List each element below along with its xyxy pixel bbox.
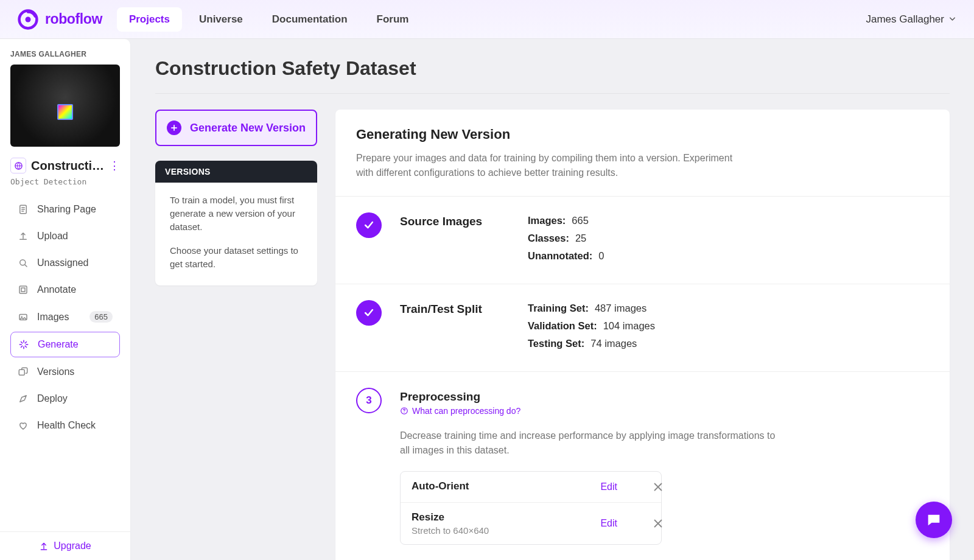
step-source-images: Source Images Images:665 Classes:25 Unan… <box>356 212 929 268</box>
sidenav-images[interactable]: Images 665 <box>10 304 120 329</box>
sidenav-upload[interactable]: Upload <box>10 224 120 248</box>
edit-button[interactable]: Edit <box>600 481 617 492</box>
generate-new-version-button[interactable]: Generate New Version <box>155 110 317 146</box>
images-count-badge: 665 <box>89 311 113 323</box>
generating-panel: Generating New Version Prepare your imag… <box>335 110 950 560</box>
step-preprocessing: 3 Preprocessing What can preprocessing d… <box>356 388 929 545</box>
generate-button-label: Generate New Version <box>190 122 306 135</box>
topnav-documentation[interactable]: Documentation <box>260 7 360 32</box>
user-menu[interactable]: James Gallagher <box>866 13 957 26</box>
brand-name: roboflow <box>45 11 102 27</box>
kv-key: Training Set: <box>528 303 589 314</box>
preprocessing-name: Resize <box>412 511 592 523</box>
upgrade-label: Upgrade <box>54 541 91 551</box>
divider <box>335 196 950 197</box>
sidenav-generate[interactable]: Generate <box>10 332 120 357</box>
step-heading: Preprocessing <box>400 390 929 404</box>
sidenav-label: Unassigned <box>37 257 89 268</box>
brand-logo[interactable]: roboflow <box>17 9 102 30</box>
edit-button[interactable]: Edit <box>600 518 617 529</box>
sidenav-deploy[interactable]: Deploy <box>10 387 120 411</box>
sidenav-label: Annotate <box>37 284 76 295</box>
project-thumbnail[interactable] <box>10 65 120 147</box>
svg-point-1 <box>26 16 31 22</box>
topnav-links: Projects Universe Documentation Forum <box>117 7 421 32</box>
help-link-label: What can preprocessing do? <box>412 406 520 416</box>
generate-icon <box>18 339 29 350</box>
kv-key: Testing Set: <box>528 338 584 349</box>
plus-circle-icon <box>167 121 181 135</box>
deploy-icon <box>18 393 29 404</box>
preprocessing-name: Auto-Orient <box>412 480 592 492</box>
page-icon <box>18 204 29 215</box>
versions-card: VERSIONS To train a model, you must firs… <box>155 161 317 285</box>
versions-card-text-2: Choose your dataset settings to get star… <box>170 244 303 271</box>
kv-value: 487 images <box>595 303 646 314</box>
annotate-icon <box>18 284 29 295</box>
divider <box>335 371 950 372</box>
topnav-projects[interactable]: Projects <box>117 7 182 32</box>
sidenav-annotate[interactable]: Annotate <box>10 278 120 302</box>
question-circle-icon <box>400 407 408 415</box>
divider <box>335 284 950 284</box>
sidenav-label: Deploy <box>37 393 68 404</box>
project-more-icon[interactable]: ⋮ <box>109 163 120 169</box>
close-icon[interactable] <box>651 480 665 494</box>
user-name: James Gallagher <box>866 13 944 26</box>
project-type-label: Object Detection <box>10 177 120 186</box>
divider <box>155 93 950 94</box>
sidenav-label: Health Check <box>37 420 96 431</box>
close-icon[interactable] <box>651 517 665 530</box>
kv-value: 74 images <box>590 338 637 349</box>
health-icon <box>18 420 29 431</box>
step-desc: Decrease training time and increase perf… <box>400 429 777 458</box>
sidenav-sharing-page[interactable]: Sharing Page <box>10 197 120 222</box>
sidenav-label: Generate <box>38 339 79 350</box>
versions-card-text-1: To train a model, you must first generat… <box>170 194 303 233</box>
kv-value: 0 <box>598 250 604 262</box>
roboflow-logo-icon <box>17 9 39 30</box>
sidenav-label: Versions <box>37 366 74 377</box>
svg-rect-5 <box>19 286 27 293</box>
versions-card-header: VERSIONS <box>155 161 317 183</box>
top-nav: roboflow Projects Universe Documentation… <box>0 0 974 39</box>
workspace-name: JAMES GALLAGHER <box>10 50 120 58</box>
preprocessing-row: Resize Stretch to 640×640 Edit <box>401 502 661 544</box>
panel-title: Generating New Version <box>356 127 929 142</box>
svg-rect-9 <box>19 369 24 375</box>
sidenav-health-check[interactable]: Health Check <box>10 413 120 438</box>
side-nav: Sharing Page Upload Unassigned Annotate … <box>10 197 120 438</box>
sidebar: JAMES GALLAGHER Construction S... ⋮ Obje… <box>0 39 131 560</box>
main-content: Construction Safety Dataset Generate New… <box>131 39 974 560</box>
upgrade-icon <box>39 541 49 551</box>
step-number-badge: 3 <box>356 388 382 413</box>
panel-desc: Prepare your images and data for trainin… <box>356 151 746 180</box>
sidenav-label: Sharing Page <box>37 204 96 215</box>
search-icon <box>18 257 29 268</box>
sidenav-unassigned[interactable]: Unassigned <box>10 251 120 275</box>
upload-icon <box>18 231 29 242</box>
sidenav-label: Upload <box>37 231 68 242</box>
project-type-icon <box>10 158 26 173</box>
project-title: Construction S... <box>31 159 104 173</box>
step-heading: Source Images <box>400 215 497 268</box>
sidenav-label: Images <box>37 312 69 323</box>
versions-icon <box>18 366 29 377</box>
svg-rect-6 <box>21 288 25 292</box>
kv-key: Validation Set: <box>528 320 597 332</box>
preprocessing-help-link[interactable]: What can preprocessing do? <box>400 406 520 416</box>
upgrade-button[interactable]: Upgrade <box>39 541 91 551</box>
preprocessing-subtext: Stretch to 640×640 <box>412 525 592 536</box>
topnav-forum[interactable]: Forum <box>365 7 421 32</box>
kv-key: Unannotated: <box>528 250 592 262</box>
topnav-universe[interactable]: Universe <box>187 7 255 32</box>
kv-value: 25 <box>575 233 586 244</box>
step-check-icon <box>356 300 382 326</box>
sidenav-versions[interactable]: Versions <box>10 360 120 384</box>
chat-icon <box>925 511 942 528</box>
step-train-test-split: Train/Test Split Training Set:487 images… <box>356 300 929 355</box>
step-check-icon <box>356 212 382 238</box>
kv-key: Images: <box>528 215 566 226</box>
chat-fab[interactable] <box>916 502 952 538</box>
preprocessing-row: Auto-Orient Edit <box>401 472 661 502</box>
